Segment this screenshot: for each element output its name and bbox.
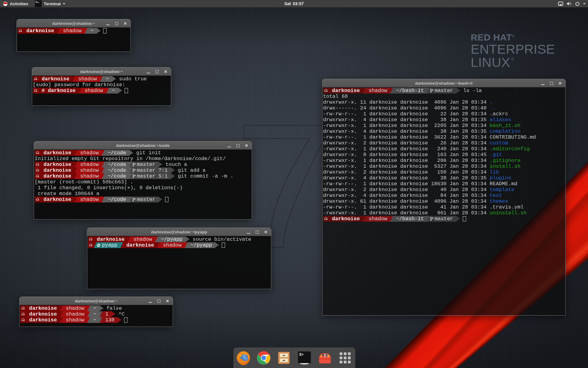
svg-text:$>: $>	[299, 353, 303, 357]
